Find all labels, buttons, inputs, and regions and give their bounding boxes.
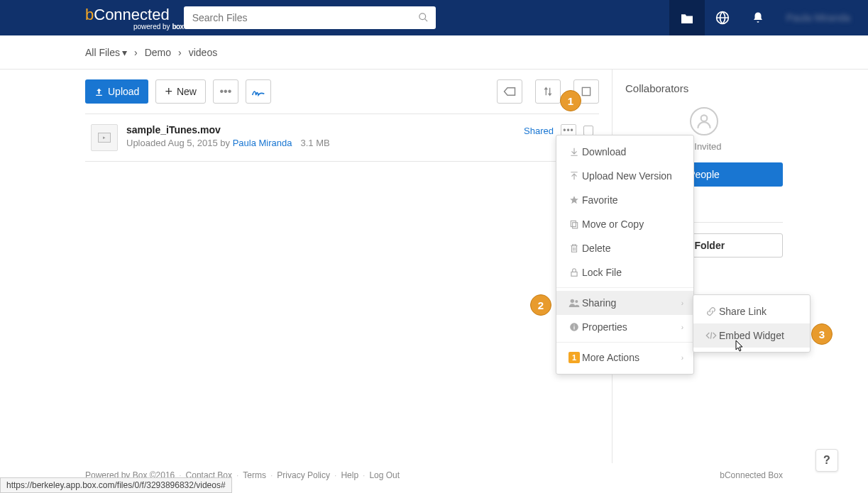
badge-icon: 1 [566,352,582,363]
callout-1: 1 [560,90,581,111]
menu-sharing[interactable]: Sharing › [556,291,693,315]
search-icon[interactable] [418,12,429,23]
code-icon [703,331,719,340]
breadcrumb-current: videos [189,47,217,58]
svg-rect-3 [582,87,590,95]
svg-rect-6 [573,223,578,228]
menu-upload-version[interactable]: Upload New Version [556,164,693,188]
avatar-placeholder-icon [690,107,718,135]
svg-line-1 [424,18,427,21]
logo-text: Connected [94,6,169,24]
link-icon [703,306,719,316]
shared-link[interactable]: Shared [524,126,554,136]
file-name[interactable]: sample_iTunes.mov [126,124,524,135]
bell-icon[interactable] [740,0,776,35]
file-metadata: Uploaded Aug 5, 2015 by Paula Miranda3.1… [126,138,524,148]
trash-icon [566,243,582,253]
callout-3: 3 [811,323,833,345]
upload-icon [566,171,582,181]
svg-point-0 [419,13,426,20]
logo-prefix: b [85,6,94,24]
user-menu[interactable]: Paula Miranda [776,0,868,35]
footer-logout[interactable]: Log Out [369,470,400,480]
menu-properties[interactable]: Properties › [556,315,693,339]
star-icon [566,195,582,205]
menu-divider [556,287,693,288]
footer-terms[interactable]: Terms [243,470,266,480]
svg-point-12 [573,324,574,325]
breadcrumb-mid[interactable]: Demo [145,47,171,58]
svg-rect-7 [571,272,577,276]
footer-help[interactable]: Help [341,470,358,480]
info-icon [566,322,582,332]
menu-divider [556,342,693,343]
file-info: sample_iTunes.mov Uploaded Aug 5, 2015 b… [126,124,524,148]
menu-move-copy[interactable]: Move or Copy [556,212,693,236]
tag-button[interactable] [497,79,522,104]
svg-point-4 [701,115,708,121]
menu-lock[interactable]: Lock File [556,260,693,284]
chevron-right-icon: › [681,299,683,307]
uploader-link[interactable]: Paula Miranda [233,138,292,148]
chevron-right-icon: › [681,323,683,331]
footer-brand: bConnected Box [720,470,783,480]
file-thumbnail [91,124,118,151]
menu-download[interactable]: Download [556,140,693,164]
more-actions-button[interactable]: ••• [213,79,238,104]
breadcrumb-root[interactable]: All Files▾ [85,47,127,58]
submenu-embed-widget[interactable]: Embed Widget [693,323,810,348]
chevron-right-icon: › [134,47,138,58]
copy-icon [566,219,582,229]
submenu-share-link[interactable]: Share Link [693,299,810,323]
sign-button[interactable] [246,79,271,104]
people-icon [566,298,582,308]
sort-button[interactable] [535,79,561,104]
context-menu: Download Upload New Version Favorite Mov… [556,135,694,375]
collaborators-heading: Collaborators [625,82,783,94]
upload-button[interactable]: Upload [85,79,148,104]
content-area: Upload + New ••• [0,70,868,463]
chevron-right-icon: › [178,47,182,58]
download-icon [566,147,582,157]
svg-rect-5 [571,221,576,226]
menu-favorite[interactable]: Favorite [556,188,693,212]
browser-status-bar: https://berkeley.app.box.com/files/0/f/3… [0,477,232,493]
svg-rect-11 [573,326,574,330]
topbar-right: Paula Miranda [669,0,868,35]
callout-2: 2 [530,294,551,316]
footer-privacy[interactable]: Privacy Policy [277,470,330,480]
menu-more-actions[interactable]: 1 More Actions › [556,345,693,370]
search-input[interactable] [184,6,436,29]
help-button[interactable]: ? [815,449,838,472]
file-row[interactable]: sample_iTunes.mov Uploaded Aug 5, 2015 b… [85,113,599,162]
chevron-right-icon: › [681,354,683,362]
lock-icon [566,267,582,277]
main-column: Upload + New ••• [85,70,612,463]
new-button[interactable]: + New [155,79,206,104]
svg-point-8 [571,299,574,303]
toolbar: Upload + New ••• [85,79,599,104]
menu-delete[interactable]: Delete [556,236,693,260]
files-icon[interactable] [669,0,705,35]
globe-icon[interactable] [705,0,740,35]
svg-point-9 [575,300,578,303]
logo[interactable]: b Connected powered by box [85,6,184,31]
file-checkbox[interactable] [583,126,593,135]
sharing-submenu: Share Link Embed Widget [693,294,811,353]
search-container [184,6,436,29]
top-navigation: b Connected powered by box Paula Miranda [0,0,868,35]
breadcrumb: All Files▾ › Demo › videos [0,35,868,70]
